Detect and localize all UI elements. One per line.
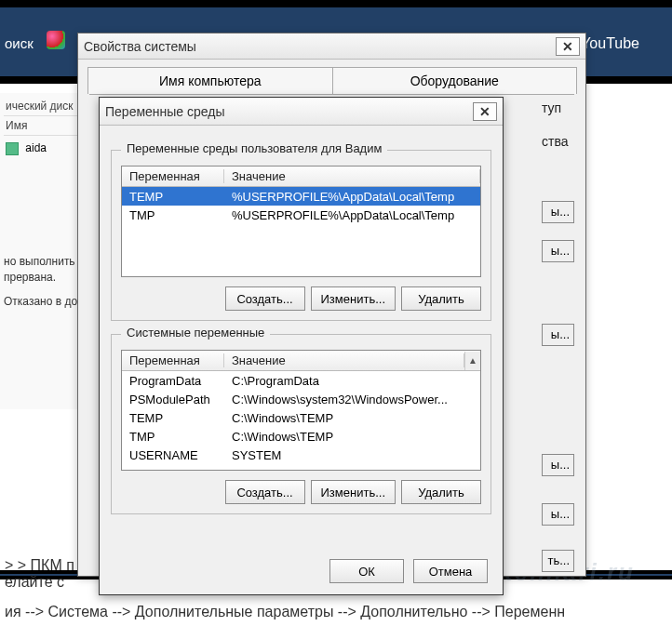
ok-button[interactable]: ОК — [329, 559, 404, 583]
cell-name: USERNAME — [122, 448, 224, 462]
remnant-tab-text: туп — [542, 100, 574, 115]
env-vars-titlebar[interactable]: Переменные среды ✕ — [100, 98, 503, 126]
cell-value: SYSTEM — [224, 448, 480, 462]
col-value[interactable]: Значение — [224, 353, 464, 367]
remnant-button-3[interactable]: ы... — [542, 324, 574, 346]
table-row[interactable]: TEMPC:\Windows\TEMP — [122, 408, 480, 427]
sys-vars-legend: Системные переменные — [121, 326, 270, 340]
system-properties-titlebar[interactable]: Свойства системы ✕ — [78, 33, 585, 60]
cell-name: ProgramData — [122, 374, 224, 388]
tab-hardware[interactable]: Оборудование — [332, 67, 578, 94]
col-name[interactable]: Переменная — [122, 169, 224, 183]
table-row[interactable]: USERNAMESYSTEM — [122, 446, 480, 464]
cell-value: %USERPROFILE%\AppData\Local\Temp — [224, 208, 480, 222]
file-icon — [6, 142, 19, 155]
list-header: Переменная Значение — [122, 166, 480, 187]
system-properties-title: Свойства системы — [84, 39, 556, 54]
remnant-text: ства — [542, 134, 574, 149]
remnant-button-6[interactable]: ть... — [542, 550, 574, 572]
list-header: Переменная Значение ▲ — [122, 351, 480, 371]
cancel-button[interactable]: Отмена — [413, 559, 488, 583]
table-row[interactable]: ProgramDataC:\ProgramData — [122, 371, 480, 390]
table-row[interactable]: PSModulePathC:\Windows\system32\WindowsP… — [122, 390, 480, 408]
cell-name: TMP — [122, 208, 224, 222]
user-edit-button[interactable]: Изменить... — [311, 286, 396, 311]
user-vars-list[interactable]: Переменная Значение TEMP%USERPROFILE%\Ap… — [121, 166, 481, 277]
table-row[interactable]: TMP%USERPROFILE%\AppData\Local\Temp — [122, 206, 480, 224]
col-value[interactable]: Значение — [224, 169, 480, 183]
remnant-button-4[interactable]: ы... — [542, 454, 574, 476]
user-vars-group: Переменные среды пользователя для Вадим … — [111, 150, 491, 321]
close-icon: ✕ — [479, 104, 491, 119]
cell-name: TEMP — [122, 411, 224, 425]
youtube-link[interactable]: YouTube — [581, 35, 639, 52]
sys-edit-button[interactable]: Изменить... — [311, 480, 396, 504]
sys-vars-group: Системные переменные Переменная Значение… — [111, 334, 491, 514]
env-vars-title: Переменные среды — [105, 104, 473, 119]
remnant-button-5[interactable]: ы... — [542, 503, 574, 526]
tab-computer-name[interactable]: Имя компьютера — [87, 67, 333, 94]
cell-name: PSModulePath — [122, 393, 224, 406]
table-row[interactable]: TEMP%USERPROFILE%\AppData\Local\Temp — [122, 187, 480, 206]
breadcrumb-lower: ия --> Система --> Дополнительные параме… — [5, 604, 565, 620]
user-delete-button[interactable]: Удалить — [401, 286, 481, 311]
remnant-button-2[interactable]: ы... — [542, 240, 574, 262]
extension-icon[interactable] — [47, 31, 65, 49]
cell-name: TEMP — [122, 190, 224, 204]
table-row[interactable]: TMPC:\Windows\TEMP — [122, 427, 480, 446]
env-vars-dialog: Переменные среды ✕ Переменные среды поль… — [99, 97, 504, 595]
search-fragment: оиск — [5, 35, 34, 51]
remnant-button-1[interactable]: ы... — [542, 201, 574, 223]
sys-create-button[interactable]: Создать... — [225, 480, 305, 504]
sys-vars-buttons: Создать... Изменить... Удалить — [121, 480, 481, 504]
cell-value: C:\Windows\TEMP — [224, 411, 480, 425]
tab-strip: Имя компьютера Оборудование — [78, 60, 585, 94]
close-icon: ✕ — [562, 39, 573, 54]
dialog-buttons: ОК Отмена — [329, 559, 488, 583]
cell-value: C:\Windows\system32\WindowsPower... — [224, 393, 480, 406]
sys-vars-list[interactable]: Переменная Значение ▲ ProgramDataC:\Prog… — [121, 350, 481, 471]
user-create-button[interactable]: Создать... — [225, 286, 305, 311]
scroll-up-icon[interactable]: ▲ — [464, 352, 480, 370]
sys-delete-button[interactable]: Удалить — [401, 480, 481, 504]
col-name[interactable]: Переменная — [122, 353, 224, 367]
close-button[interactable]: ✕ — [473, 102, 497, 121]
cell-value: C:\Windows\TEMP — [224, 430, 480, 444]
user-vars-buttons: Создать... Изменить... Удалить — [121, 286, 481, 311]
close-button[interactable]: ✕ — [556, 37, 580, 56]
cell-value: %USERPROFILE%\AppData\Local\Temp — [224, 190, 480, 204]
file-label: aida — [25, 141, 47, 154]
cell-name: TMP — [122, 430, 224, 444]
cell-value: C:\ProgramData — [224, 374, 480, 388]
user-vars-legend: Переменные среды пользователя для Вадим — [121, 141, 387, 155]
